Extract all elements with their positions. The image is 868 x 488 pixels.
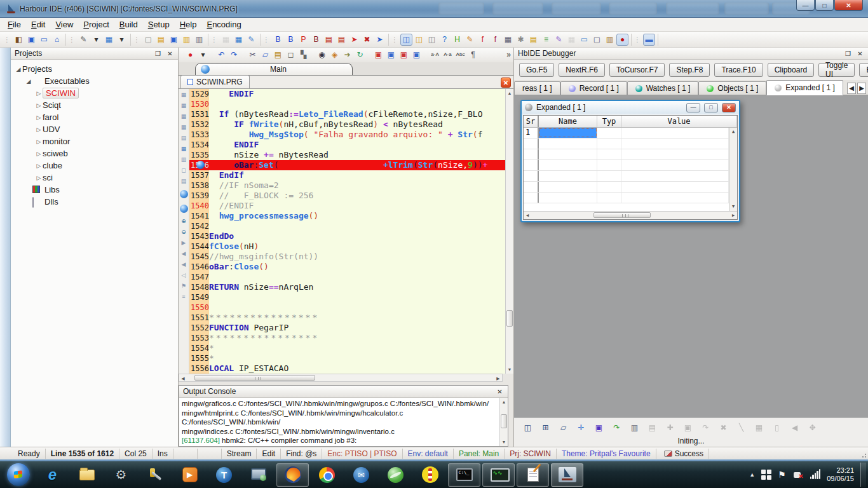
minimize-icon[interactable]: — xyxy=(686,103,700,112)
properties-icon[interactable]: ▦ xyxy=(502,34,514,46)
menu-item-help[interactable]: Help xyxy=(175,18,202,30)
firefox-icon[interactable] xyxy=(276,463,309,487)
panel-grid4-icon[interactable]: ▦ xyxy=(180,123,188,132)
lighthouse-app-icon[interactable] xyxy=(414,463,446,487)
back-icon[interactable]: ◀ xyxy=(180,261,188,269)
rebuild-icon[interactable]: ▤ xyxy=(336,34,348,46)
find-icon[interactable]: ◉ xyxy=(316,49,328,61)
code-line[interactable]: 1553**************** xyxy=(189,333,505,343)
window-icon[interactable]: ▭ xyxy=(38,34,50,46)
paste-icon[interactable]: ▤ xyxy=(272,49,284,61)
print-icon[interactable]: ▥ xyxy=(628,421,641,433)
table-view-icon[interactable]: ▦ xyxy=(233,34,245,46)
tree-item-sciwin[interactable]: ▷SCIWIN xyxy=(12,87,177,99)
add-watch-icon[interactable]: ✚ xyxy=(664,421,676,433)
cell-name[interactable] xyxy=(539,139,597,149)
thunderbird-icon[interactable]: ✉ xyxy=(345,463,377,487)
scroll-thumb[interactable] xyxy=(194,375,315,381)
editor-horizontal-scrollbar[interactable]: ◀ ▶ xyxy=(179,374,503,382)
compile-link-icon[interactable]: B xyxy=(285,34,297,46)
code-line[interactable]: 1538 //IF nSoma=2 xyxy=(189,180,505,191)
zoom-in-icon[interactable]: ⊕ xyxy=(180,217,188,226)
save-as-icon[interactable]: ▥ xyxy=(180,34,193,46)
code-line[interactable]: 1547 xyxy=(189,272,505,282)
clear-icon[interactable]: ╲ xyxy=(735,421,747,433)
show-desktop-button[interactable] xyxy=(860,463,866,487)
save-icon[interactable]: ▣ xyxy=(682,421,694,433)
action-center-flag-icon[interactable]: ⚑ xyxy=(778,470,786,480)
shift-left-icon[interactable]: ◀ xyxy=(180,250,188,258)
delete-icon[interactable]: ✖ xyxy=(717,421,729,433)
windows-explorer-icon[interactable] xyxy=(71,463,103,487)
code-line[interactable]: 1554* xyxy=(189,343,505,353)
code-line[interactable]: 1541 hwg_processmessage() xyxy=(189,211,505,221)
code-line[interactable]: 1534 ENDIF xyxy=(189,140,505,150)
panel-left-icon[interactable]: ◫ xyxy=(400,34,412,46)
goto-line-icon[interactable]: ➜ xyxy=(341,49,353,61)
case-upper-icon[interactable]: a·A xyxy=(429,49,441,61)
record-macro-icon[interactable]: ● xyxy=(184,49,196,61)
code-line[interactable]: 1530 xyxy=(189,99,505,109)
redo-icon[interactable]: ↷ xyxy=(700,421,712,433)
dock-icon[interactable]: ❐ xyxy=(154,50,162,57)
sphere-blue2-icon[interactable] xyxy=(180,205,188,213)
media-player-icon[interactable]: ▶ xyxy=(173,463,206,487)
todo-list-icon[interactable]: ≡ xyxy=(540,34,552,46)
tree-item-clube[interactable]: ▷clube xyxy=(12,159,177,172)
column-header-value[interactable]: Value xyxy=(621,116,737,127)
clock[interactable]: 23:2109/06/15 xyxy=(827,466,854,483)
style-tools-icon[interactable]: ✎ xyxy=(78,34,90,46)
bookmark-clear-icon[interactable]: ▣ xyxy=(410,49,423,61)
code-line[interactable]: 1535 nSize += nBytesRead xyxy=(189,150,505,160)
remote-desktop-icon[interactable] xyxy=(242,463,275,487)
menu-item-encoding[interactable]: Encoding xyxy=(201,18,246,30)
maximize-icon[interactable]: ✥ xyxy=(806,421,818,433)
debugger-button-nextr-f6[interactable]: NextR.F6 xyxy=(559,63,605,77)
close-icon[interactable]: ✕ xyxy=(496,388,504,395)
panel-grid3-icon[interactable]: ▦ xyxy=(180,112,188,121)
tab-scroll-left-icon[interactable]: ◀ xyxy=(847,83,856,94)
table-icon[interactable]: ▦ xyxy=(753,421,765,433)
column-header-name[interactable]: Name xyxy=(539,116,597,127)
signal-strength-icon[interactable] xyxy=(810,470,821,479)
code-line[interactable]: 1556LOCAL IP_ESTACAO xyxy=(189,363,505,374)
stream-icon[interactable]: ¶ xyxy=(467,49,479,61)
table-row[interactable] xyxy=(524,149,729,160)
code-line[interactable]: 1540 //ENDIF xyxy=(189,201,505,211)
code-line[interactable]: 1550 xyxy=(189,302,505,313)
debugger-button-tocursor-f7[interactable]: ToCursor.F7 xyxy=(609,63,665,77)
chrome-icon[interactable] xyxy=(311,463,343,487)
column-header-typ[interactable]: Typ xyxy=(597,116,621,127)
refresh-icon[interactable]: ↷ xyxy=(611,421,623,433)
split-vertical-icon[interactable]: ◫ xyxy=(522,421,534,433)
panel-right-icon[interactable]: ◫ xyxy=(426,34,438,46)
tab-main[interactable]: Main xyxy=(195,63,353,76)
toolbar-overflow-icon[interactable]: » xyxy=(506,50,511,59)
tree-item-monitor[interactable]: ▷monitor xyxy=(12,135,177,147)
save-file-icon[interactable]: ▣ xyxy=(168,34,180,46)
table-row[interactable] xyxy=(524,182,729,193)
build-launch-icon[interactable]: ➤ xyxy=(348,34,360,46)
debugger-tab-objects[interactable]: Objects [ 1 ] xyxy=(698,81,766,95)
open-file-icon[interactable]: ▤ xyxy=(155,34,167,46)
tree-item-udv[interactable]: ▷UDV xyxy=(12,123,177,135)
network-disconnected-icon[interactable] xyxy=(792,470,804,480)
tree-item-sciweb[interactable]: ▷sciweb xyxy=(12,147,177,159)
print-icon[interactable]: ▥ xyxy=(193,34,205,46)
shift-right-icon[interactable]: ▶ xyxy=(180,239,188,247)
highlight-icon[interactable]: ◈ xyxy=(329,49,341,61)
panel-grid-icon[interactable]: ▦ xyxy=(180,91,188,99)
bookmark-prev-icon[interactable]: ▣ xyxy=(372,49,384,61)
tray-expand-icon[interactable]: ▲ xyxy=(749,471,755,478)
expanded-window[interactable]: Expanded [ 1 ] — □ ✕ SrNameTypValue 1 ▲ … xyxy=(520,100,740,222)
code-line[interactable]: 1552FUNCTION PegarIP xyxy=(189,323,505,333)
panel-columns-icon[interactable]: ▥ xyxy=(180,156,188,164)
debugger-button-trace-f10[interactable]: Trace.F10 xyxy=(714,63,763,77)
dropdown-caret-icon[interactable]: ▾ xyxy=(197,49,209,61)
tree-item-libs[interactable]: Libs xyxy=(12,184,177,196)
debugger-tab-reas[interactable]: reas [ 1 ] xyxy=(514,81,560,95)
table-row[interactable] xyxy=(524,139,729,149)
function-list-icon[interactable]: f xyxy=(477,34,489,46)
edit-notes-icon[interactable]: ✎ xyxy=(464,34,476,46)
case-lower-icon[interactable]: A·a xyxy=(442,49,454,61)
